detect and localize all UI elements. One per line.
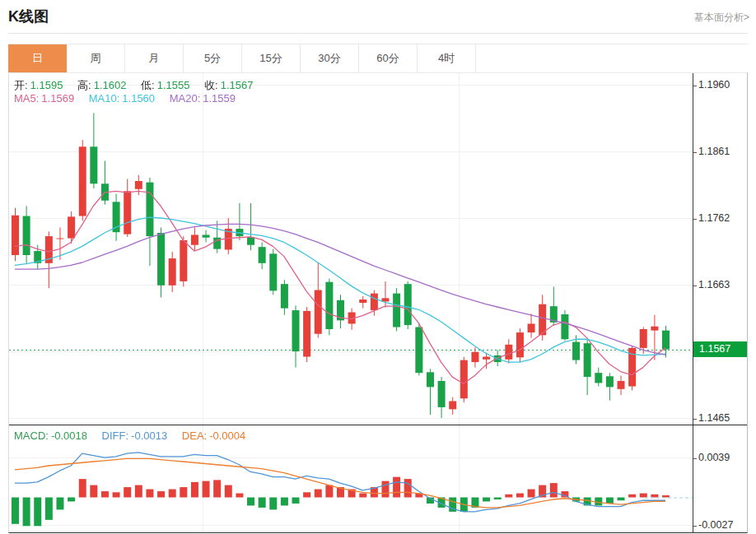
- diff-label: DIFF:: [102, 430, 129, 442]
- diff-value: -0.0013: [131, 430, 167, 442]
- kline-widget: K线图 基本面分析> 日 周 月 5分 15分 30分 60分 4时 开:1.1…: [0, 0, 756, 534]
- ma5-label: MA5:: [14, 92, 39, 104]
- close-value: 1.1567: [221, 79, 254, 91]
- price-tick-5: 1.1465: [698, 412, 730, 424]
- macd-tick-1: 0.0039: [698, 452, 730, 463]
- high-label: 高:: [77, 79, 91, 91]
- tab-5min[interactable]: 5分: [184, 44, 242, 73]
- tab-month[interactable]: 月: [125, 44, 184, 73]
- ma-readout: MA5:1.1569 MA10:1.1560 MA20:1.1559: [14, 92, 238, 104]
- ma5-value: 1.1569: [41, 92, 74, 104]
- macd-readout: MACD:-0.0018 DIFF:-0.0013 DEA:-0.0004: [14, 430, 248, 442]
- dea-label: DEA:: [182, 430, 207, 442]
- tab-day[interactable]: 日: [8, 44, 67, 73]
- tab-week[interactable]: 周: [67, 44, 125, 73]
- low-value: 1.1555: [157, 79, 190, 91]
- price-tick-2: 1.1861: [698, 146, 730, 157]
- page-title: K线图: [8, 7, 49, 26]
- price-axis: 1.1960 1.1861 1.1762 1.1663 1.1465 1.156…: [693, 73, 747, 532]
- tab-4hour[interactable]: 4时: [418, 44, 476, 73]
- ohlc-readout: 开:1.1595 高:1.1602 低:1.1555 收:1.1567: [14, 78, 255, 93]
- open-label: 开:: [14, 79, 28, 91]
- tab-60min[interactable]: 60分: [359, 44, 418, 73]
- panel-divider: [9, 425, 747, 425]
- fundamental-analysis-link[interactable]: 基本面分析>: [694, 11, 749, 25]
- current-price-badge: 1.1567: [693, 341, 747, 357]
- tab-30min[interactable]: 30分: [301, 44, 359, 73]
- candlestick-macd-canvas[interactable]: [9, 73, 693, 532]
- macd-tick-2: -0.0027: [698, 519, 733, 531]
- price-tick-1: 1.1960: [698, 79, 730, 91]
- open-value: 1.1595: [30, 79, 63, 91]
- kline-chart-container: 开:1.1595 高:1.1602 低:1.1555 收:1.1567 MA5:…: [8, 72, 748, 533]
- interval-tabbar: 日 周 月 5分 15分 30分 60分 4时: [8, 44, 748, 72]
- ma20-value: 1.1559: [203, 92, 236, 104]
- ma10-value: 1.1560: [122, 92, 155, 104]
- ma20-label: MA20:: [170, 92, 201, 104]
- price-tick-3: 1.1762: [698, 212, 730, 224]
- macd-label: MACD:: [14, 430, 49, 442]
- ma10-label: MA10:: [89, 92, 120, 104]
- dea-value: -0.0004: [209, 430, 245, 442]
- high-value: 1.1602: [94, 79, 127, 91]
- tab-15min[interactable]: 15分: [242, 44, 301, 73]
- macd-value: -0.0018: [51, 430, 87, 442]
- low-label: 低:: [141, 79, 155, 91]
- header-divider: [8, 33, 748, 34]
- close-label: 收:: [204, 79, 218, 91]
- price-tick-4: 1.1663: [698, 279, 730, 290]
